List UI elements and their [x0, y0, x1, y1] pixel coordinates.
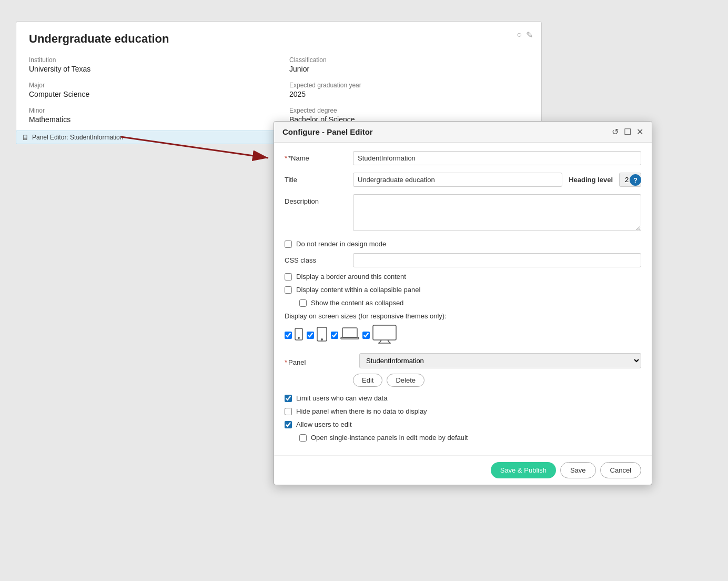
limit-users-label: Limit users who can view data [296, 394, 387, 402]
desktop-checkbox[interactable] [362, 332, 370, 339]
collapsible-label: Display content within a collapsible pan… [296, 286, 420, 294]
description-row: Description [285, 194, 641, 233]
title-row: Title Heading level 1 2 3 4 5 6 [285, 173, 641, 187]
description-label: Description [285, 194, 353, 205]
svg-rect-7 [341, 337, 359, 339]
name-label: **Name [285, 151, 353, 162]
single-instance-row: Open single-instance panels in edit mode… [285, 434, 641, 442]
hide-panel-row: Hide panel when there is no data to disp… [285, 407, 641, 415]
panel-editor-bar: 🖥 Panel Editor: StudentInformation [16, 131, 279, 144]
collapsible-checkbox[interactable] [285, 286, 292, 294]
collapsed-checkbox[interactable] [299, 299, 307, 307]
minor-field: Minor Mathematics [29, 107, 268, 124]
name-input[interactable] [353, 151, 641, 165]
screen-sizes-section: Display on screen sizes (for responsive … [285, 312, 641, 346]
description-textarea[interactable] [353, 194, 641, 231]
tablet-icon [316, 327, 328, 343]
tablet-size-item [307, 327, 328, 343]
panel-label: *Panel [285, 355, 353, 366]
institution-label: Institution [29, 56, 268, 64]
panel-editor-icon: 🖥 [22, 133, 29, 142]
hide-panel-label: Hide panel when there is no data to disp… [296, 407, 427, 415]
design-mode-row: Do not render in design mode [285, 240, 641, 248]
dialog-title: Configure - Panel Editor [282, 127, 373, 136]
dialog-maximize-icon[interactable]: ☐ [624, 127, 631, 137]
mobile-checkbox[interactable] [285, 332, 292, 339]
desktop-size-item [362, 324, 397, 346]
card-title: Undergraduate education [29, 32, 529, 46]
dialog-footer: Save & Publish Save Cancel [274, 455, 652, 485]
edit-icon[interactable]: ✎ [526, 30, 533, 40]
limit-users-row: Limit users who can view data [285, 394, 641, 402]
dialog-close-icon[interactable]: ✕ [636, 127, 643, 137]
dialog-reset-icon[interactable]: ↺ [612, 127, 619, 137]
card-fields: Institution University of Texas Classifi… [29, 56, 529, 124]
major-field: Major Computer Science [29, 82, 268, 98]
graduation-year-value: 2025 [289, 90, 529, 98]
institution-value: University of Texas [29, 65, 268, 73]
save-publish-button[interactable]: Save & Publish [491, 462, 556, 478]
dialog-body: ? **Name Title Heading level 1 2 3 4 5 [274, 143, 652, 455]
minor-label: Minor [29, 107, 268, 114]
hide-panel-checkbox[interactable] [285, 408, 292, 415]
border-checkbox[interactable] [285, 273, 292, 281]
svg-point-3 [298, 337, 299, 338]
minor-value: Mathematics [29, 115, 268, 124]
collapsed-row: Show the content as collapsed [285, 299, 641, 307]
degree-label: Expected degree [289, 107, 529, 114]
help-icon[interactable]: ? [630, 174, 641, 186]
cancel-button[interactable]: Cancel [600, 462, 641, 478]
refresh-icon[interactable]: ○ [517, 30, 522, 40]
laptop-size-item [331, 327, 359, 343]
card-icons: ○ ✎ [517, 30, 533, 40]
classification-field: Classification Junior [289, 56, 529, 73]
institution-field: Institution University of Texas [29, 56, 268, 73]
save-button[interactable]: Save [560, 462, 596, 478]
heading-level-label: Heading level [569, 176, 613, 184]
limit-users-checkbox[interactable] [285, 395, 292, 402]
desktop-icon [372, 324, 397, 346]
graduation-year-label: Expected graduation year [289, 82, 529, 89]
allow-edit-label: Allow users to edit [296, 420, 352, 428]
screen-sizes-row [285, 324, 641, 346]
design-mode-label: Do not render in design mode [296, 240, 386, 248]
panel-editor-label: Panel Editor: StudentInformation [32, 134, 123, 141]
border-label: Display a border around this content [296, 273, 406, 281]
edit-panel-button[interactable]: Edit [353, 374, 382, 387]
name-required-indicator: * [285, 154, 287, 162]
svg-point-5 [321, 339, 322, 340]
title-row-controls: Heading level 1 2 3 4 5 6 [353, 173, 641, 187]
panel-action-buttons: Edit Delete [285, 374, 641, 387]
panel-required-indicator: * [285, 358, 287, 366]
single-instance-checkbox[interactable] [299, 434, 307, 442]
single-instance-label: Open single-instance panels in edit mode… [311, 434, 468, 442]
graduation-year-field: Expected graduation year 2025 [289, 82, 529, 98]
dialog-header: Configure - Panel Editor ↺ ☐ ✕ [274, 122, 652, 143]
classification-value: Junior [289, 65, 529, 73]
major-value: Computer Science [29, 90, 268, 98]
configure-dialog: Configure - Panel Editor ↺ ☐ ✕ ? **Name … [274, 121, 652, 485]
mobile-icon [294, 328, 304, 342]
screen-sizes-label: Display on screen sizes (for responsive … [285, 312, 641, 320]
svg-rect-6 [342, 328, 357, 337]
svg-line-10 [388, 340, 390, 343]
panel-select[interactable]: StudentInformation [359, 353, 641, 368]
major-label: Major [29, 82, 268, 89]
css-class-row: CSS class [285, 253, 641, 267]
svg-line-9 [379, 340, 381, 343]
design-mode-checkbox[interactable] [285, 241, 292, 248]
classification-label: Classification [289, 56, 529, 64]
name-row: **Name [285, 151, 641, 165]
title-input[interactable] [353, 173, 562, 187]
mobile-size-item [285, 328, 304, 342]
border-row: Display a border around this content [285, 273, 641, 281]
collapsed-label: Show the content as collapsed [311, 299, 403, 307]
allow-edit-checkbox[interactable] [285, 421, 292, 428]
panel-field-row: *Panel StudentInformation [285, 353, 641, 368]
collapsible-row: Display content within a collapsible pan… [285, 286, 641, 294]
delete-panel-button[interactable]: Delete [387, 374, 424, 387]
title-label: Title [285, 173, 353, 184]
laptop-checkbox[interactable] [331, 332, 338, 339]
css-class-input[interactable] [353, 253, 641, 267]
tablet-checkbox[interactable] [307, 332, 314, 339]
